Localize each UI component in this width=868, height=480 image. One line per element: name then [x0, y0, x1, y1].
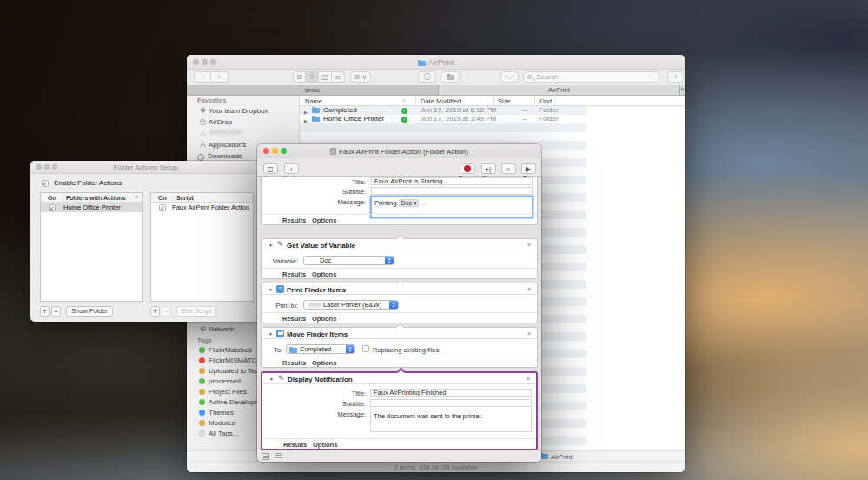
printer-popup[interactable]: Laser Printer (B&W) ▲▼: [303, 300, 399, 310]
terminal-button[interactable]: >_<: [500, 71, 519, 83]
finder-titlebar[interactable]: AirPrint: [187, 55, 685, 70]
remove-folder-button[interactable]: −: [51, 306, 61, 317]
log-panel-button[interactable]: [262, 453, 269, 460]
remove-action-icon[interactable]: ✕: [526, 376, 531, 383]
enable-folder-actions-checkbox[interactable]: ✓: [42, 180, 49, 187]
tag-dot-green: [199, 378, 205, 384]
enable-folder-actions-row: ✓ Enable Folder Actions: [42, 179, 122, 187]
applications-icon: A: [197, 139, 209, 150]
tags-header: Tags: [197, 337, 212, 344]
action-card-print-finder-items[interactable]: ▼ ≡ Print Finder Items ✕ Print to: Laser…: [261, 283, 538, 323]
desktop: AirPrint ‹ › ⊞ ≡ ◫ ▭ ⊞ ∨ ⓘ >_< Search ↑ …: [0, 0, 868, 480]
new-folder-button[interactable]: [441, 71, 460, 83]
column-date-modified[interactable]: Date Modified: [421, 97, 461, 105]
sidebar-item-airdrop[interactable]: ◎AirDrop: [197, 117, 297, 128]
file-name: Home Office Printer: [323, 115, 384, 123]
tag-dot-red: [199, 357, 205, 363]
dropbox-icon: ❖: [197, 105, 209, 117]
results-link[interactable]: Results: [282, 270, 306, 278]
list-view-button[interactable]: ≡: [306, 71, 319, 83]
automator-toolbar: ◫Library ♪Media Record ▸|Step ■Stop ▶Run: [257, 158, 541, 177]
remove-action-icon[interactable]: ✕: [527, 242, 532, 249]
tab-airprint[interactable]: AirPrint: [439, 85, 679, 95]
results-link[interactable]: Results: [282, 315, 306, 323]
table-row[interactable]: ▶ Completed ✓ Jun 17, 2019 at 6:18 PM --…: [300, 106, 586, 115]
action-card-display-notification-start[interactable]: Title: Faux AirPrint is Starting Subtitl…: [261, 177, 538, 225]
add-folder-button[interactable]: +: [40, 306, 50, 317]
options-link[interactable]: Options: [312, 315, 336, 323]
table-row[interactable]: ✓ Home Office Printer: [41, 203, 142, 212]
file-kind: Folder: [539, 115, 559, 123]
automator-titlebar[interactable]: Faux AirPrint Folder Action (Folder Acti…: [257, 144, 541, 158]
results-link[interactable]: Results: [282, 359, 306, 367]
forward-button[interactable]: ›: [211, 71, 229, 83]
title-field[interactable]: Faux AirPrinting Finished: [370, 389, 532, 397]
col-on[interactable]: On: [158, 193, 167, 203]
options-link[interactable]: Options: [312, 359, 336, 367]
window-title: Folder Actions Setup: [30, 163, 261, 171]
file-date: Jun 17, 2019 at 6:18 PM: [421, 106, 496, 115]
subtitle-field[interactable]: [370, 399, 532, 407]
col-script[interactable]: Script: [176, 193, 194, 203]
disclosure-icon[interactable]: ▼: [269, 377, 274, 382]
edit-script-button[interactable]: Edit Script: [176, 306, 216, 317]
variable-popup[interactable]: Doc ▲▼: [303, 256, 394, 265]
redacted-username: [209, 130, 243, 135]
new-tab-button[interactable]: +: [679, 85, 685, 95]
action-card-move-finder-items[interactable]: ▼ Move Finder Items ✕ To: Completed ▲▼ R…: [261, 327, 538, 368]
disclosure-icon[interactable]: ▼: [268, 287, 273, 292]
subtitle-field[interactable]: [371, 187, 533, 195]
path-item[interactable]: AirPrint: [551, 453, 573, 461]
sidebar-item-home[interactable]: ⌂: [197, 128, 297, 139]
remove-action-icon[interactable]: ✕: [527, 286, 532, 293]
info-button[interactable]: ⓘ: [418, 71, 436, 83]
column-size[interactable]: Size: [498, 97, 511, 105]
tag-dot-green: [199, 399, 205, 405]
show-folder-button[interactable]: Show Folder: [66, 306, 113, 317]
icon-view-button[interactable]: ⊞: [293, 71, 306, 83]
remove-script-button[interactable]: −: [162, 306, 171, 317]
back-button[interactable]: ‹: [194, 71, 211, 83]
table-row[interactable]: ✓ Faux AirPrint Folder Action: [151, 203, 253, 212]
folder-proxy-icon: [418, 61, 426, 66]
destination-popup[interactable]: Completed ▲▼: [286, 344, 355, 354]
results-link[interactable]: Results: [283, 441, 307, 449]
automator-window: Faux AirPrint Folder Action (Folder Acti…: [257, 144, 541, 462]
share-button[interactable]: ↑: [667, 71, 684, 83]
group-button[interactable]: ⊞ ∨: [350, 71, 371, 83]
remove-action-icon[interactable]: ✕: [527, 330, 532, 337]
title-field[interactable]: Faux AirPrint is Starting: [371, 177, 533, 185]
gallery-view-button[interactable]: ▭: [332, 71, 345, 83]
table-row[interactable]: ▶ Home Office Printer ✓ Jun 17, 2019 at …: [300, 115, 586, 123]
action-card-display-notification-finish[interactable]: ▼ ✎ Display Notification ✕ Title: Faux A…: [261, 371, 538, 450]
col-folders[interactable]: Folders with Actions: [66, 193, 126, 203]
disclosure-icon[interactable]: ▼: [268, 331, 273, 337]
results-link[interactable]: Results: [282, 217, 306, 224]
row-checkbox[interactable]: ✓: [49, 204, 56, 211]
disclosure-icon[interactable]: ▼: [268, 243, 273, 248]
action-card-get-value-of-variable[interactable]: ▼ ✎ Get Value of Variable ✕ Variable: Do…: [261, 238, 538, 279]
options-link[interactable]: Options: [313, 441, 337, 449]
disclosure-icon[interactable]: ▶: [304, 117, 308, 125]
sync-complete-icon: ✓: [401, 108, 407, 114]
search-input[interactable]: Search: [523, 71, 659, 83]
sidebar-item-dropbox[interactable]: ❖Your team Dropbox: [197, 105, 297, 117]
column-kind[interactable]: Kind: [539, 97, 552, 105]
column-view-button[interactable]: ◫: [319, 71, 332, 83]
options-link[interactable]: Options: [312, 270, 336, 278]
column-name[interactable]: Name: [305, 97, 322, 105]
tag-dot-green: [199, 347, 205, 353]
row-checkbox[interactable]: ✓: [159, 204, 166, 211]
options-link[interactable]: Options: [312, 217, 336, 224]
sort-indicator: ^: [402, 97, 406, 105]
variable-token[interactable]: Doc ▾: [399, 199, 420, 207]
tab-smac[interactable]: smac: [187, 85, 439, 95]
replacing-existing-files-checkbox[interactable]: [362, 345, 369, 352]
variables-panel-button[interactable]: [275, 453, 282, 456]
add-script-button[interactable]: +: [150, 306, 160, 317]
fas-titlebar[interactable]: Folder Actions Setup: [30, 161, 261, 174]
network-icon: ⊕: [197, 323, 209, 335]
message-field[interactable]: The document was sent to the printer.: [370, 410, 532, 432]
tag-dot-ring: [199, 430, 205, 437]
col-on[interactable]: On: [48, 193, 56, 203]
